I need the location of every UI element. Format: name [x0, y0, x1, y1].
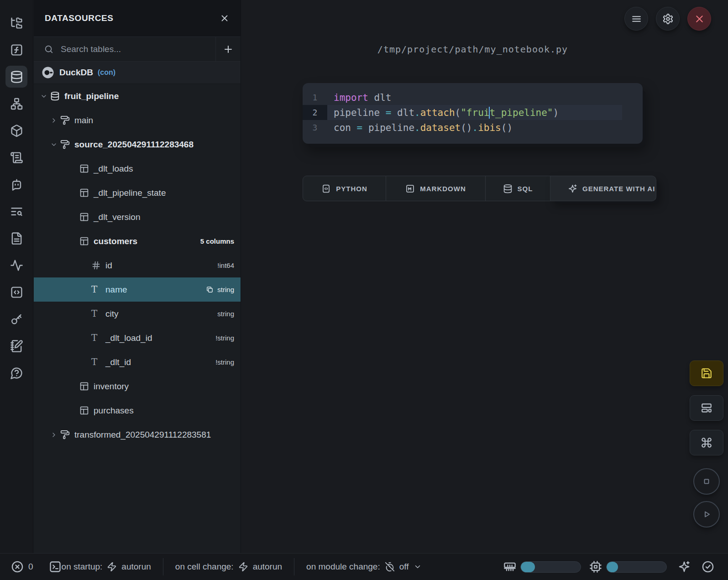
- rail-item-function-square-icon[interactable]: [5, 39, 27, 61]
- datasources-header: DATASOURCES: [34, 0, 241, 37]
- schema-tree: fruit_pipelinemainsource_202504291112283…: [34, 84, 241, 447]
- add-python-cell-button[interactable]: PYTHON: [303, 176, 386, 201]
- tree-row-_dlt_pipeline_state[interactable]: _dlt_pipeline_state: [34, 181, 241, 205]
- setting-label: on module change:: [306, 562, 380, 572]
- tree-row-meta: string: [206, 286, 234, 293]
- play-icon: [701, 509, 712, 520]
- add-sql-cell-button[interactable]: SQL: [486, 176, 550, 201]
- tree-row-customers[interactable]: customers5 columns: [34, 229, 241, 253]
- tree-row-_dlt_loads[interactable]: _dlt_loads: [34, 157, 241, 181]
- keyboard-shortcuts-button[interactable]: [690, 430, 723, 455]
- chevron-right-icon[interactable]: [50, 117, 58, 124]
- activity-rail: [0, 0, 33, 553]
- table-icon: [79, 212, 89, 222]
- type-string-icon: T: [91, 333, 101, 343]
- tree-row-fruit_pipeline[interactable]: fruit_pipeline: [34, 84, 241, 108]
- runtime-setting-2[interactable]: on module change:off: [306, 562, 421, 572]
- rail-item-notebook-pen-icon[interactable]: [5, 335, 27, 357]
- add-datasource-button[interactable]: [215, 37, 241, 61]
- tree-row-id[interactable]: id!int64: [34, 253, 241, 277]
- terminal-button[interactable]: [49, 560, 62, 573]
- line-number: 2: [303, 105, 327, 120]
- tree-row-_dlt_version[interactable]: _dlt_version: [34, 205, 241, 229]
- tree-label: transformed_202504291112283581: [74, 430, 211, 440]
- command-icon: [701, 437, 712, 449]
- table-icon: [79, 381, 89, 391]
- connection-row[interactable]: DuckDB (con): [34, 62, 241, 84]
- stop-icon: [701, 476, 712, 487]
- runtime-setting-1[interactable]: on cell change:autorun: [175, 562, 282, 572]
- tree-label: name: [105, 285, 127, 295]
- rail-item-database-icon[interactable]: [5, 66, 27, 88]
- menu-button[interactable]: [624, 7, 648, 31]
- code-cell-icon: [321, 184, 331, 193]
- resource-meters: [503, 560, 675, 573]
- hash-icon: [91, 261, 101, 270]
- rail-item-file-tree-icon[interactable]: [5, 12, 27, 34]
- ai-sparkles-button[interactable]: [678, 560, 691, 573]
- tree-row-_dlt_load_id[interactable]: T_dlt_load_id!string: [34, 326, 241, 350]
- tree-label: inventory: [94, 381, 129, 392]
- code-line-2[interactable]: 2pipeline = dlt.attach("fruit_pipeline"): [303, 105, 643, 120]
- add-markdown-cell-button[interactable]: MARKDOWN: [386, 176, 486, 201]
- datasources-panel: DATASOURCES DuckDB (con) fruit_pipelinem…: [34, 0, 241, 553]
- table-icon: [79, 236, 89, 246]
- rail-item-scroll-text-icon[interactable]: [5, 146, 27, 168]
- database-icon: [50, 91, 60, 101]
- run-button[interactable]: [693, 501, 720, 528]
- close-button[interactable]: [687, 7, 711, 31]
- rail-item-bot-icon[interactable]: [5, 173, 27, 195]
- cpu-usage-meter: [606, 561, 667, 573]
- chevron-right-icon[interactable]: [50, 431, 58, 439]
- rail-item-help-circle-icon[interactable]: [5, 362, 27, 384]
- panel-title: DATASOURCES: [45, 13, 220, 23]
- error-indicator[interactable]: 0: [11, 560, 33, 573]
- chevron-down-icon[interactable]: [40, 93, 48, 100]
- close-panel-icon[interactable]: [220, 13, 230, 23]
- tree-row-name[interactable]: Tnamestring: [34, 277, 241, 302]
- chevron-down-icon[interactable]: [50, 141, 58, 148]
- timer-off-icon: [385, 562, 395, 572]
- rail-item-network-icon[interactable]: [5, 93, 27, 115]
- runtime-setting-0[interactable]: on startup:autorun: [62, 562, 151, 572]
- tree-label: source_202504291112283468: [74, 140, 194, 150]
- tree-row-inventory[interactable]: inventory: [34, 374, 241, 398]
- generate-with-ai-button[interactable]: GENERATE WITH AI: [550, 176, 656, 201]
- stop-button[interactable]: [693, 468, 720, 495]
- notebook-canvas: /tmp/project/path/my_notebook.py 1import…: [241, 0, 728, 553]
- rail-item-text-search-icon[interactable]: [5, 200, 27, 222]
- search-icon: [44, 44, 54, 54]
- code-line-3[interactable]: 3con = pipeline.dataset().ibis(): [303, 120, 643, 135]
- cpu-icon: [589, 560, 602, 573]
- tree-row-meta: 5 columns: [200, 237, 234, 245]
- rail-item-key-icon[interactable]: [5, 308, 27, 330]
- table-icon: [79, 406, 89, 415]
- tree-label: _dlt_loads: [94, 164, 133, 174]
- rail-item-code-square-icon[interactable]: [5, 281, 27, 303]
- setting-value: autorun: [121, 562, 151, 572]
- code-line-1[interactable]: 1import dlt: [303, 90, 643, 105]
- tree-label: _dlt_version: [94, 212, 140, 222]
- copy-icon[interactable]: [206, 286, 214, 293]
- table-icon: [79, 164, 89, 173]
- settings-button[interactable]: [656, 7, 680, 31]
- save-button[interactable]: [690, 361, 723, 386]
- tree-row-source_202504291112283468[interactable]: source_202504291112283468: [34, 132, 241, 157]
- search-input[interactable]: [54, 37, 215, 61]
- rail-item-activity-icon[interactable]: [5, 254, 27, 276]
- tree-row-_dlt_id[interactable]: T_dlt_id!string: [34, 350, 241, 374]
- tree-row-city[interactable]: Tcitystring: [34, 302, 241, 326]
- status-bar: 0on startup:autorunon cell change:autoru…: [0, 553, 728, 580]
- memory-stick-usage-meter: [520, 561, 581, 573]
- tree-row-transformed_202504291112283581[interactable]: transformed_202504291112283581: [34, 423, 241, 447]
- notebook-path: /tmp/project/path/my_notebook.py: [303, 44, 643, 55]
- rail-item-package-icon[interactable]: [5, 120, 27, 141]
- tree-row-purchases[interactable]: purchases: [34, 398, 241, 423]
- markdown-icon: [405, 184, 415, 193]
- rail-item-file-text-icon[interactable]: [5, 227, 27, 249]
- tree-row-main[interactable]: main: [34, 108, 241, 132]
- connection-health-icon[interactable]: [702, 560, 714, 573]
- code-cell[interactable]: 1import dlt2pipeline = dlt.attach("fruit…: [303, 83, 643, 144]
- setting-label: on cell change:: [175, 562, 234, 572]
- layout-button[interactable]: [690, 395, 723, 421]
